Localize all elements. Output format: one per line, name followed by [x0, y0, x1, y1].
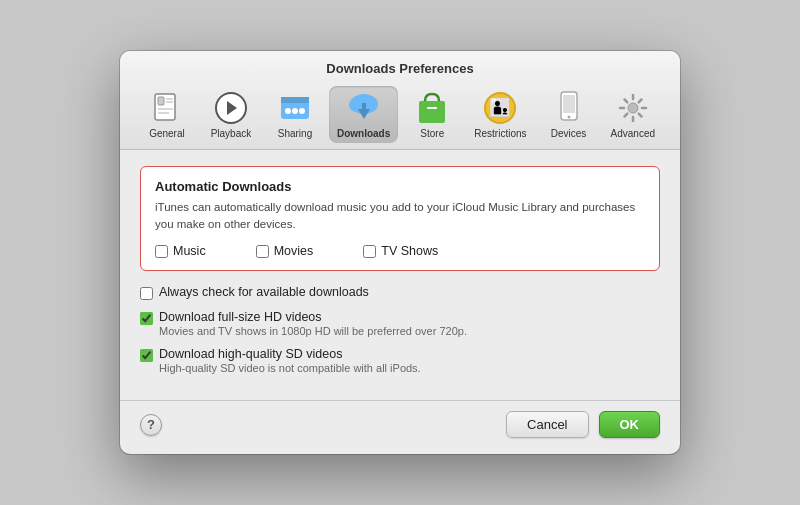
sd-videos-checkbox[interactable] — [140, 349, 153, 362]
toolbar: General Playback — [120, 86, 680, 143]
svg-point-11 — [299, 108, 305, 114]
svg-point-22 — [567, 115, 570, 118]
playback-icon — [213, 90, 249, 126]
preferences-window: Downloads Preferences General — [120, 51, 680, 455]
svg-line-31 — [624, 113, 627, 116]
tv-shows-label: TV Shows — [381, 244, 438, 258]
movies-label: Movies — [274, 244, 314, 258]
devices-icon — [551, 90, 587, 126]
advanced-icon — [615, 90, 651, 126]
sharing-icon — [277, 90, 313, 126]
toolbar-item-store[interactable]: Store — [402, 86, 462, 143]
svg-rect-1 — [158, 97, 164, 105]
tv-shows-checkbox[interactable] — [363, 245, 376, 258]
general-icon — [149, 90, 185, 126]
restrictions-label: Restrictions — [474, 128, 526, 139]
playback-label: Playback — [211, 128, 252, 139]
svg-point-10 — [292, 108, 298, 114]
svg-rect-19 — [427, 107, 437, 109]
always-check-label: Always check for available downloads — [159, 285, 369, 299]
svg-point-9 — [285, 108, 291, 114]
movies-checkbox[interactable] — [256, 245, 269, 258]
footer: ? Cancel OK — [120, 400, 680, 454]
svg-line-30 — [638, 99, 641, 102]
music-checkbox[interactable] — [155, 245, 168, 258]
advanced-label: Advanced — [611, 128, 655, 139]
tv-shows-checkbox-item: TV Shows — [363, 243, 438, 258]
svg-rect-21 — [563, 95, 575, 113]
music-checkbox-item: Music — [155, 243, 206, 258]
toolbar-item-sharing[interactable]: Sharing — [265, 86, 325, 143]
auto-download-checkboxes: Music Movies TV Shows — [155, 243, 645, 258]
hd-videos-text: Download full-size HD videos Movies and … — [159, 310, 467, 337]
help-button[interactable]: ? — [140, 414, 162, 436]
svg-rect-17 — [362, 103, 366, 115]
svg-point-23 — [628, 103, 638, 113]
titlebar: Downloads Preferences General — [120, 51, 680, 150]
movies-checkbox-item: Movies — [256, 243, 314, 258]
sd-videos-label: Download high-quality SD videos — [159, 347, 421, 361]
hd-videos-checkbox[interactable] — [140, 312, 153, 325]
automatic-downloads-title: Automatic Downloads — [155, 179, 645, 194]
svg-line-29 — [638, 113, 641, 116]
store-icon — [414, 90, 450, 126]
sharing-label: Sharing — [278, 128, 312, 139]
main-content: Automatic Downloads iTunes can automatic… — [120, 150, 680, 401]
cancel-button[interactable]: Cancel — [506, 411, 588, 438]
toolbar-item-advanced[interactable]: Advanced — [603, 86, 663, 143]
toolbar-item-playback[interactable]: Playback — [201, 86, 261, 143]
toolbar-item-restrictions[interactable]: 👨‍👦 Restrictions — [466, 86, 534, 143]
toolbar-item-downloads[interactable]: Downloads — [329, 86, 398, 143]
downloads-label: Downloads — [337, 128, 390, 139]
hd-videos-label: Download full-size HD videos — [159, 310, 467, 324]
store-label: Store — [420, 128, 444, 139]
svg-rect-8 — [281, 97, 309, 103]
automatic-downloads-desc: iTunes can automatically download music … — [155, 199, 645, 234]
music-label: Music — [173, 244, 206, 258]
always-check-option: Always check for available downloads — [140, 285, 660, 300]
always-check-text: Always check for available downloads — [159, 285, 369, 299]
restrictions-icon: 👨‍👦 — [482, 90, 518, 126]
toolbar-item-devices[interactable]: Devices — [539, 86, 599, 143]
window-title: Downloads Preferences — [120, 61, 680, 76]
svg-line-28 — [624, 99, 627, 102]
always-check-checkbox[interactable] — [140, 287, 153, 300]
sd-videos-text: Download high-quality SD videos High-qua… — [159, 347, 421, 374]
general-label: General — [149, 128, 185, 139]
automatic-downloads-section: Automatic Downloads iTunes can automatic… — [140, 166, 660, 272]
hd-videos-option: Download full-size HD videos Movies and … — [140, 310, 660, 337]
toolbar-item-general[interactable]: General — [137, 86, 197, 143]
svg-rect-18 — [419, 101, 445, 123]
sd-videos-sublabel: High-quality SD video is not compatible … — [159, 362, 421, 374]
footer-buttons: Cancel OK — [506, 411, 660, 438]
hd-videos-sublabel: Movies and TV shows in 1080p HD will be … — [159, 325, 467, 337]
downloads-icon — [346, 90, 382, 126]
devices-label: Devices — [551, 128, 587, 139]
ok-button[interactable]: OK — [599, 411, 661, 438]
sd-videos-option: Download high-quality SD videos High-qua… — [140, 347, 660, 374]
